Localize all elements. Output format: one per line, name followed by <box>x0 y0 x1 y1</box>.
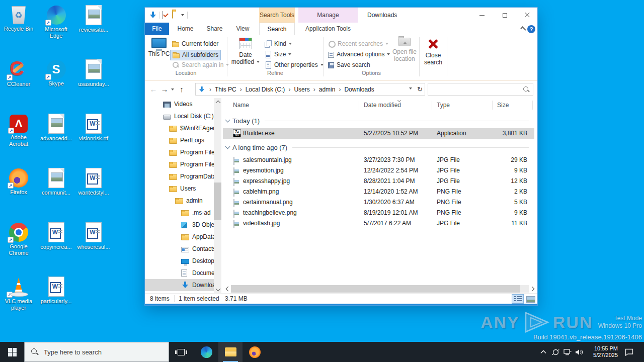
sidebar-item-3d-objects[interactable]: 3D Objects <box>145 219 214 231</box>
sidebar-item-users[interactable]: Users <box>145 183 214 195</box>
close-button[interactable] <box>517 8 537 23</box>
up-icon[interactable]: ↑ <box>177 80 186 98</box>
desktop-icon-reviewsitu[interactable]: reviewsitu... <box>75 5 112 33</box>
column-header-size[interactable]: Size <box>497 100 509 111</box>
file-row-expresshappy-jpg[interactable]: expresshappy.jpg 8/28/2021 1:04 PM JPG F… <box>223 176 534 187</box>
tab-view[interactable]: View <box>230 23 255 35</box>
sidebar-item-perflogs[interactable]: PerfLogs <box>145 134 214 146</box>
tray-network-icon[interactable] <box>562 342 573 362</box>
sidebar-item-program-files-x86[interactable]: Program Files (x86) <box>145 158 214 170</box>
breadcrumb-local-disk-c[interactable]: Local Disk (C:) <box>245 86 286 93</box>
qat-properties-icon[interactable] <box>162 11 163 19</box>
search-again-in-button[interactable]: Search again in <box>170 60 231 71</box>
maximize-button[interactable] <box>495 8 515 23</box>
file-row-teachingbelieve-png[interactable]: teachingbelieve.png 8/19/2019 12:01 AM P… <box>223 208 534 218</box>
taskbar-clock[interactable]: 10:55 PM 5/27/2025 <box>584 342 618 362</box>
sidebar-item-desktop[interactable]: Desktop <box>145 255 214 267</box>
taskbar-explorer-button[interactable] <box>218 342 243 362</box>
size-button[interactable]: Size <box>263 50 293 60</box>
desktop-icon-particularly[interactable]: particularly... <box>38 277 74 305</box>
desktop-icon-recycle-bin[interactable]: Recycle Bin <box>1 5 37 32</box>
breadcrumb-admin[interactable]: admin <box>318 86 337 93</box>
desktop-icon-visionrisk-rtf[interactable]: visionrisk.rtf <box>75 114 112 142</box>
task-view-button[interactable] <box>169 342 193 362</box>
open-file-location-button[interactable]: Open file location <box>391 37 418 69</box>
scroll-down-icon[interactable] <box>214 285 221 293</box>
desktop-icon-vlc-media-player[interactable]: VLC media player <box>1 277 37 311</box>
file-row-salesmountain-jpg[interactable]: salesmountain.jpg 3/27/2023 7:30 PM JPG … <box>223 155 534 165</box>
file-row-cablehim-png[interactable]: cablehim.png 12/14/2020 1:52 AM PNG File… <box>223 187 534 197</box>
other-properties-button[interactable]: Other properties <box>263 60 326 71</box>
refresh-icon[interactable]: ↻ <box>417 85 423 93</box>
breadcrumb-this-pc[interactable]: This PC <box>214 86 237 93</box>
horizontal-scrollbar[interactable] <box>223 285 537 293</box>
column-header-name[interactable]: Name <box>233 100 249 111</box>
tray-show-hidden-icons[interactable] <box>538 342 548 362</box>
sidebar-item-admin[interactable]: admin <box>145 195 214 207</box>
address-dropdown-icon[interactable] <box>409 87 412 91</box>
column-header-type[interactable]: Type <box>437 100 450 111</box>
search-box[interactable] <box>428 83 533 96</box>
action-center-button[interactable] <box>622 342 636 362</box>
scrollbar-thumb[interactable] <box>231 285 520 293</box>
tab-application-tools[interactable]: Application Tools <box>298 23 358 35</box>
sidebar-item-documents[interactable]: Documents <box>145 267 214 279</box>
start-button[interactable] <box>0 342 24 362</box>
sidebar-item-program-files[interactable]: Program Files <box>145 146 214 158</box>
manage-contextual-header[interactable]: Manage <box>298 8 358 23</box>
qat-new-folder-icon[interactable] <box>172 11 173 19</box>
qat-customize-chevron-icon[interactable] <box>181 14 184 18</box>
forward-icon[interactable]: → <box>160 80 169 98</box>
tray-volume-icon[interactable] <box>574 342 584 362</box>
sidebar-item-programdata[interactable]: ProgramData <box>145 170 214 183</box>
kind-button[interactable]: Kind <box>263 39 294 50</box>
desktop-icon-wantedstyl[interactable]: wantedstyl... <box>75 168 112 196</box>
breadcrumb-users[interactable]: Users <box>293 86 310 93</box>
current-folder-button[interactable]: Current folder <box>170 39 220 50</box>
desktop-icon-microsoft-edge[interactable]: Microsoft Edge <box>38 5 74 39</box>
desktop-icon-advancedd[interactable]: advancedd... <box>38 114 74 142</box>
tab-file[interactable]: File <box>145 23 169 35</box>
sidebar-item-local-disk-c[interactable]: Local Disk (C:) <box>145 110 214 122</box>
sidebar-scrollbar[interactable] <box>214 98 221 293</box>
tab-home[interactable]: Home <box>174 23 197 35</box>
sidebar-item--ms-ad[interactable]: .ms-ad <box>145 207 214 219</box>
sidebar-item-appdata[interactable]: AppData <box>145 231 214 243</box>
tab-share[interactable]: Share <box>202 23 227 35</box>
sidebar-item-downloads[interactable]: Downloads <box>145 279 214 291</box>
close-search-button[interactable]: Close search <box>421 37 445 69</box>
desktop-icon-whoseresul[interactable]: whoseresul... <box>75 222 112 250</box>
group-header[interactable]: A long time ago (7) <box>223 142 534 153</box>
large-icons-view-button[interactable] <box>525 295 536 303</box>
help-icon[interactable]: ? <box>527 25 535 33</box>
taskbar-search[interactable] <box>24 342 169 362</box>
sidebar-item--winreagent[interactable]: $WinREAgent <box>145 122 214 134</box>
file-row-videoflash-jpg[interactable]: videoflash.jpg 5/7/2017 6:22 AM JPG File… <box>223 218 534 229</box>
recent-searches-button[interactable]: Recent searches <box>326 39 390 50</box>
column-header-date-modified[interactable]: Date modified <box>364 100 401 111</box>
file-row-ibuilder-exe[interactable]: 7zSFX IBuilder.exe 5/27/2025 10:52 PM Ap… <box>223 128 534 139</box>
save-search-button[interactable]: Save search <box>326 60 372 71</box>
sidebar-item-contacts[interactable]: Contacts <box>145 243 214 255</box>
date-modified-button[interactable]: Date modified <box>230 37 261 69</box>
taskbar-search-input[interactable] <box>44 348 159 356</box>
group-header[interactable]: Today (1) <box>223 115 534 126</box>
desktop-icon-skype[interactable]: Skype <box>38 59 74 87</box>
desktop-icon-communit[interactable]: communit... <box>38 168 74 196</box>
breadcrumb-downloads[interactable]: Downloads <box>343 86 375 93</box>
tray-sync-icon[interactable] <box>550 342 560 362</box>
taskbar-edge-button[interactable] <box>194 342 218 362</box>
search-tools-contextual-header[interactable]: Search Tools <box>259 8 295 23</box>
recent-locations-chevron-icon[interactable] <box>171 88 174 92</box>
scroll-left-icon[interactable] <box>224 285 231 293</box>
tab-search[interactable]: Search <box>259 23 295 35</box>
scroll-up-icon[interactable] <box>214 98 221 106</box>
desktop-icon-usasunday[interactable]: usasunday... <box>75 59 112 87</box>
details-view-button[interactable] <box>512 295 523 303</box>
all-subfolders-button[interactable]: All subfolders <box>170 50 221 60</box>
minimize-button[interactable] <box>472 8 492 23</box>
desktop-icon-adobe-acrobat[interactable]: Adobe Acrobat <box>1 114 37 147</box>
scroll-right-icon[interactable] <box>529 285 536 293</box>
back-icon[interactable]: ← <box>149 80 158 98</box>
scrollbar-thumb[interactable] <box>214 183 221 220</box>
